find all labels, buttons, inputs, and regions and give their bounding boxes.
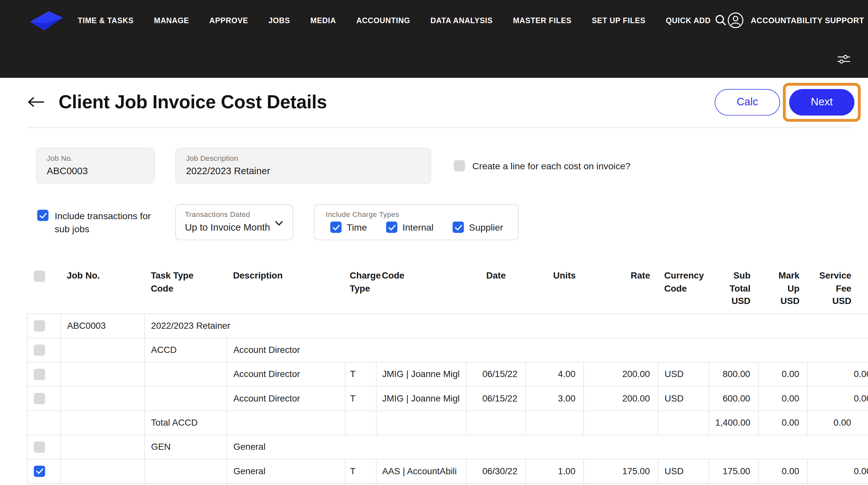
charge-type-supplier: Supplier	[453, 221, 503, 233]
cell-currency: USD	[658, 386, 709, 410]
main-nav: TIME & TASKS MANAGE APPROVE JOBS MEDIA A…	[0, 0, 868, 40]
table-row-task: ACCD Account Director	[27, 338, 868, 362]
charge-types-group: Include Charge Types Time Internal Suppl…	[314, 204, 519, 240]
cell-empty	[584, 483, 658, 485]
cell-description: General	[227, 459, 345, 483]
row-select-checkbox[interactable]	[34, 441, 45, 453]
next-button[interactable]: Next	[789, 89, 855, 115]
internal-checkbox[interactable]	[386, 221, 398, 233]
col-description: Description	[227, 266, 345, 313]
sub-jobs-checkbox[interactable]	[37, 210, 49, 221]
cell-service-fee: 0.00	[807, 386, 868, 410]
page-header: Client Job Invoice Cost Details Calc Nex…	[0, 84, 868, 121]
table-row-partial	[27, 483, 868, 485]
row-select-checkbox[interactable]	[34, 320, 45, 331]
row-select-checkbox[interactable]	[34, 344, 45, 356]
col-charge-type: Charge Type	[345, 266, 376, 313]
cell-code: JMIG | Joanne Migl	[376, 386, 467, 410]
row-select-checkbox[interactable]	[34, 393, 45, 404]
table-row-detail: Account Director T JMIG | Joanne Migl 06…	[27, 362, 868, 386]
cell-total-sub-total: 1,400.00	[709, 410, 758, 434]
cell-total-service-fee: 0.00	[807, 410, 868, 434]
cell-currency: USD	[658, 459, 709, 483]
cell-units: 1.00	[526, 459, 584, 483]
cell-mark-up: 0.00	[758, 459, 807, 483]
cell-empty	[584, 410, 658, 434]
cell-service-fee: 0.00	[807, 362, 868, 386]
charge-type-options: Time Internal Supplier	[326, 221, 518, 233]
chevron-down-icon	[275, 220, 284, 226]
charge-types-label: Include Charge Types	[326, 210, 518, 219]
internal-label: Internal	[402, 222, 433, 233]
nav-item-set-up-files[interactable]: SET UP FILES	[592, 16, 646, 25]
account-avatar-icon[interactable]	[727, 12, 744, 29]
charge-type-internal: Internal	[386, 221, 433, 233]
select-all-checkbox[interactable]	[34, 270, 45, 282]
nav-item-approve[interactable]: APPROVE	[209, 16, 248, 25]
sub-jobs-checkbox-group: Include transactions for sub jobs	[37, 210, 158, 236]
cell-code: JMIG | Joanne Migl	[376, 362, 467, 386]
table-header-row: Job No. Task Type Code Description Charg…	[27, 266, 868, 313]
cell-empty	[807, 483, 868, 485]
sub-jobs-label: Include transactions for sub jobs	[55, 210, 158, 236]
time-checkbox[interactable]	[330, 221, 342, 233]
col-code: Code	[376, 266, 467, 313]
col-date: Date	[466, 266, 525, 313]
table-row-task: GEN General	[27, 435, 868, 459]
nav-item-manage[interactable]: MANAGE	[154, 16, 189, 25]
cell-task-type-code: ACCD	[145, 338, 227, 362]
cell-mark-up: 0.00	[758, 362, 807, 386]
nav-item-media[interactable]: MEDIA	[310, 16, 336, 25]
transactions-dated-label: Transactions Dated	[185, 210, 283, 219]
cell-empty	[61, 362, 145, 386]
cell-currency: USD	[658, 362, 709, 386]
row-select-checkbox[interactable]	[34, 465, 45, 477]
nav-item-list: TIME & TASKS MANAGE APPROVE JOBS MEDIA A…	[78, 14, 727, 26]
cell-units: 4.00	[526, 362, 584, 386]
cell-code: AAS | AccountAbili	[376, 459, 467, 483]
back-button[interactable]	[27, 96, 45, 108]
supplier-checkbox[interactable]	[453, 221, 464, 233]
cell-empty	[61, 386, 145, 410]
calc-button[interactable]: Calc	[715, 89, 780, 115]
cell-empty	[61, 338, 145, 362]
top-navigation-bar: TIME & TASKS MANAGE APPROVE JOBS MEDIA A…	[0, 0, 868, 78]
create-line-checkbox[interactable]	[454, 160, 465, 172]
cell-date: 06/15/22	[466, 362, 525, 386]
cell-empty	[145, 483, 227, 485]
cell-empty	[376, 410, 467, 434]
nav-item-time-tasks[interactable]: TIME & TASKS	[78, 16, 134, 25]
cell-empty	[526, 483, 584, 485]
cell-empty	[709, 483, 758, 485]
cell-task-description: Account Director	[227, 338, 868, 362]
filter-settings-button[interactable]	[836, 53, 851, 67]
table-row-detail: Account Director T JMIG | Joanne Migl 06…	[27, 386, 868, 410]
nav-item-data-analysis[interactable]: DATA ANALYSIS	[430, 16, 493, 25]
cell-empty	[145, 386, 227, 410]
row-select-checkbox[interactable]	[34, 369, 45, 380]
account-name-label[interactable]: ACCOUNTABILITY SUPPORT	[751, 16, 864, 25]
filter-controls-row: Include transactions for sub jobs Transa…	[37, 204, 868, 240]
nav-item-quick-add[interactable]: QUICK ADD	[666, 16, 711, 25]
cell-charge-type: T	[345, 386, 376, 410]
cell-empty	[758, 483, 807, 485]
cell-total-mark-up: 0.00	[758, 410, 807, 434]
next-button-highlight: Next	[783, 83, 861, 121]
col-units: Units	[526, 266, 584, 313]
cell-empty	[145, 459, 227, 483]
cell-empty	[61, 483, 145, 485]
time-label: Time	[347, 222, 367, 233]
page-title: Client Job Invoice Cost Details	[59, 91, 327, 113]
charge-type-time: Time	[330, 221, 367, 233]
nav-item-master-files[interactable]: MASTER FILES	[513, 16, 571, 25]
col-rate: Rate	[584, 266, 658, 313]
nav-item-jobs[interactable]: JOBS	[268, 16, 290, 25]
brand-logo-icon[interactable]	[26, 8, 66, 33]
cell-description: Account Director	[227, 386, 345, 410]
transactions-dated-dropdown[interactable]: Transactions Dated Up to Invoice Month	[176, 204, 293, 240]
job-description-label: Job Description	[186, 154, 420, 162]
cell-empty	[61, 459, 145, 483]
nav-item-accounting[interactable]: ACCOUNTING	[356, 16, 410, 25]
search-icon[interactable]	[715, 14, 727, 26]
cell-empty	[466, 483, 525, 485]
